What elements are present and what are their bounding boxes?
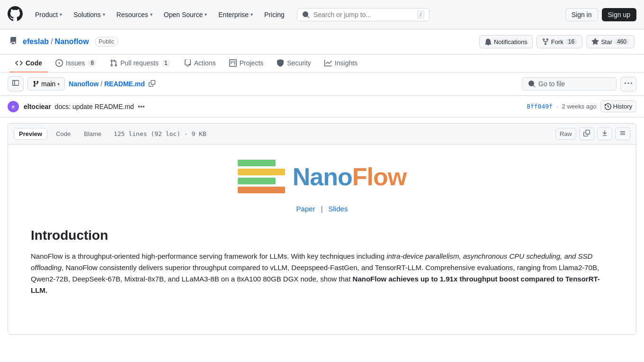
tab-security[interactable]: Security [271, 54, 317, 72]
logo-flow: Flow [352, 163, 406, 190]
logo-nano: Nano [293, 163, 352, 190]
sign-in-button[interactable]: Sign in [565, 8, 598, 21]
tab-actions[interactable]: Actions [178, 54, 222, 72]
file-repo-link[interactable]: Nanoflow [69, 80, 98, 88]
paper-link[interactable]: Paper [296, 205, 315, 213]
fork-label: Fork [551, 38, 564, 45]
star-button[interactable]: Star 460 [586, 35, 635, 48]
commit-hash: 8ff049f [527, 103, 553, 110]
logo-text: NanoFlow [293, 163, 406, 191]
tab-actions-label: Actions [194, 59, 216, 67]
history-label: History [613, 103, 632, 110]
copy-raw-icon [583, 130, 590, 136]
auth-actions: Sign in Sign up [565, 8, 636, 21]
nav-enterprise[interactable]: Enterprise ▾ [214, 8, 258, 21]
file-content-header: Preview Code Blame 125 lines (92 loc) · … [8, 124, 636, 145]
tab-issues-label: Issues [66, 59, 85, 67]
repo-tab-nav: Code Issues 8 Pull requests 1 Actions Pr… [0, 54, 644, 72]
chevron-down-icon: ▾ [103, 12, 105, 17]
repo-actions: Notifications Fork 16 Star 460 [479, 35, 635, 48]
commit-expand[interactable]: ••• [138, 103, 145, 110]
tab-pull-requests[interactable]: Pull requests 1 [104, 54, 176, 72]
repo-owner-link[interactable]: efeslab [23, 37, 49, 46]
tab-prs-label: Pull requests [120, 59, 159, 67]
github-logo-link[interactable] [8, 6, 23, 23]
projects-icon [229, 59, 237, 67]
chevron-down-icon: ▾ [205, 12, 207, 17]
search-shortcut: / [417, 11, 424, 18]
readme-links: Paper | Slides [31, 205, 613, 213]
nav-resources[interactable]: Resources ▾ [112, 8, 157, 21]
notifications-button[interactable]: Notifications [479, 35, 533, 48]
copy-path-button[interactable] [147, 79, 157, 89]
prs-badge: 1 [161, 59, 170, 67]
download-button[interactable] [597, 127, 612, 140]
copy-icon [149, 80, 155, 87]
tab-projects[interactable]: Projects [224, 54, 269, 72]
chevron-down-icon: ▾ [60, 12, 62, 17]
bell-icon [484, 38, 492, 45]
avatar: e [8, 101, 19, 112]
go-to-file-button[interactable]: Go to file [522, 77, 617, 90]
fork-button[interactable]: Fork 16 [537, 35, 582, 48]
fork-count: 16 [565, 38, 577, 45]
blame-tab-button[interactable]: Blame [79, 128, 106, 139]
history-icon [605, 103, 611, 110]
nav-open-source[interactable]: Open Source ▾ [159, 8, 212, 21]
lines-icon [619, 130, 626, 136]
intro-heading: Introduction [31, 228, 613, 243]
nav-pricing[interactable]: Pricing [259, 8, 289, 21]
sign-up-button[interactable]: Sign up [602, 8, 636, 21]
sidebar-toggle-button[interactable] [8, 76, 24, 91]
more-options-button[interactable] [620, 77, 636, 91]
repo-header: efeslab / Nanoflow Public Notifications … [0, 29, 644, 54]
file-stats: 125 lines (92 loc) · 9 KB [114, 130, 206, 137]
issue-icon [55, 59, 63, 67]
nav-product[interactable]: Product ▾ [30, 8, 67, 21]
nav-solutions[interactable]: Solutions ▾ [69, 8, 110, 21]
tab-code[interactable]: Code [9, 54, 48, 72]
logo-bar-1 [238, 160, 276, 166]
chevron-down-icon: ▾ [250, 12, 253, 17]
file-name-link[interactable]: README.md [104, 80, 145, 88]
tab-security-label: Security [287, 59, 311, 67]
actions-icon [184, 59, 191, 67]
notifications-label: Notifications [494, 38, 528, 45]
raw-button[interactable]: Raw [555, 128, 576, 140]
main-nav: Product ▾ Solutions ▾ Resources ▾ Open S… [30, 8, 289, 21]
logo-bar-4 [238, 187, 285, 193]
branch-chevron-icon: ▾ [57, 81, 60, 87]
commit-bar: e eltociear docs: update README.md ••• 8… [0, 96, 644, 118]
star-icon [591, 38, 599, 45]
link-separator: | [321, 205, 323, 213]
raw-lines-button[interactable] [615, 127, 630, 140]
tab-insights-label: Insights [335, 59, 358, 67]
logo-bar-2 [238, 169, 285, 175]
tab-issues[interactable]: Issues 8 [50, 54, 102, 72]
file-toolbar: main ▾ Nanoflow / README.md Go to file [0, 72, 644, 96]
site-header: Product ▾ Solutions ▾ Resources ▾ Open S… [0, 0, 644, 29]
tab-insights[interactable]: Insights [319, 54, 363, 72]
branch-icon [33, 81, 39, 87]
copy-raw-button[interactable] [579, 127, 594, 140]
visibility-badge: Public [95, 37, 119, 46]
download-icon [601, 130, 608, 136]
pr-icon [110, 59, 117, 67]
preview-tab-button[interactable]: Preview [14, 128, 47, 140]
commit-author: eltociear [24, 103, 51, 110]
repo-name-link[interactable]: Nanoflow [55, 37, 89, 46]
code-tab-button[interactable]: Code [51, 128, 75, 139]
star-label: Star [601, 38, 612, 45]
avatar-initials: e [12, 104, 15, 109]
history-button[interactable]: History [600, 100, 636, 112]
search-icon-2 [528, 80, 536, 88]
branch-selector[interactable]: main ▾ [27, 77, 65, 90]
search-input[interactable] [313, 11, 413, 18]
intro-paragraph: NanoFlow is a throughput-oriented high-p… [31, 251, 613, 296]
global-search[interactable]: / [297, 8, 429, 21]
slides-link[interactable]: Slides [329, 205, 348, 213]
breadcrumb: efeslab / Nanoflow [23, 37, 89, 46]
commit-time: 2 weeks ago [562, 103, 597, 110]
file-actions: Raw [555, 127, 630, 140]
kebab-icon [625, 80, 632, 87]
